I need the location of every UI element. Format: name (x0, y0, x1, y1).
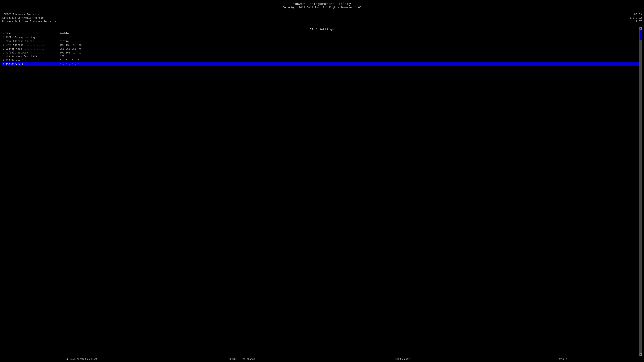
row-prefix: i (2, 32, 6, 35)
setting-row[interactable]: SDNS Server 2 ..............0 . 0 . 0 . … (2, 62, 642, 66)
row-key: DNS Server 2 .............. (6, 63, 60, 66)
row-prefix: I (2, 36, 6, 39)
setting-row[interactable]: IRMCP+ Encryption Key ..... (2, 35, 642, 39)
scrollbar-thumb (640, 30, 642, 40)
row-value: 0 . 0 . 0 . 0 (60, 63, 79, 66)
row-prefix: U (2, 44, 6, 46)
row-value: Static (60, 40, 69, 43)
row-key: IPv4 Address Source ....... (6, 40, 60, 43)
setting-row[interactable]: SSubnet Mask ...............255.255.255.… (2, 47, 642, 51)
info-label: Primary Backplane Firmware Revision (2, 20, 56, 23)
footer-item: SPACE,+,- to change (162, 357, 322, 361)
row-key: Default Gateway ........... (6, 51, 60, 54)
scrollbar-up-button[interactable]: ▲ (640, 27, 642, 29)
row-prefix: R (2, 59, 6, 62)
info-row: Lifecycle Controller version1.5.2.32 (2, 16, 642, 20)
row-key: RMCP+ Encryption Key ..... (6, 36, 60, 39)
row-value: 255.255.255. 0 (60, 47, 81, 50)
row-key: IPv4 Address .............. (6, 44, 60, 47)
row-key: DNS Servers from DHCP .... (6, 55, 60, 58)
row-value: Off (60, 55, 64, 58)
row-key: Subnet Mask ............... (6, 47, 60, 50)
panel-title: IPv4 Settings (2, 27, 642, 32)
row-prefix: S (2, 63, 6, 66)
info-value: 1.85.03 (631, 13, 642, 16)
setting-row[interactable]: iIPv4 .....................Enabled (2, 32, 642, 35)
row-value: Enabled (60, 32, 70, 35)
header-copyright: Copyright 2011 Dell Inc. All Rights Rese… (4, 6, 640, 9)
row-key: IPv4 ..................... (6, 32, 60, 35)
header-title: iDRAC6 Configuration Utility (4, 2, 640, 6)
scrollbar-down-button[interactable]: ▼ (640, 353, 642, 356)
footer-item: ESC to exit (322, 357, 482, 361)
scrollbar-track: ▲ ▼ (639, 27, 642, 356)
row-value: 192.168. 1 . 99 (60, 44, 82, 47)
setting-row[interactable]: LDNS Servers from DHCP ....Off (2, 55, 642, 58)
row-prefix: S (2, 48, 6, 50)
setting-row[interactable]: LIPv4 Address Source .......Static (2, 39, 642, 43)
row-prefix: L (2, 40, 6, 43)
footer-item: Up Down Arrow to select (2, 357, 162, 361)
footer-bar: Up Down Arrow to selectSPACE,+,- to chan… (2, 357, 642, 361)
info-value: 1.5.2.32 (630, 16, 642, 19)
setting-row[interactable]: RDNS Server 1 ..............0 . 0 . 0 . … (2, 58, 642, 62)
setting-row[interactable]: LDefault Gateway ...........192.168. 1 .… (2, 51, 642, 55)
info-row: Primary Backplane Firmware Revision1.07 (2, 20, 642, 23)
info-label: Lifecycle Controller version (2, 16, 45, 19)
row-value: 0 . 0 . 0 . 0 (60, 59, 79, 62)
row-key: DNS Server 1 .............. (6, 59, 60, 62)
main-panel: IPv4 Settings iIPv4 ....................… (2, 27, 642, 356)
setting-row[interactable]: UIPv4 Address ..............192.168. 1 .… (2, 43, 642, 47)
settings-list: iIPv4 .....................EnabledIRMCP+… (2, 32, 642, 356)
row-prefix: L (2, 55, 6, 58)
info-section: iDRAC6 Firmware Revision1.85.03Lifecycle… (2, 11, 642, 25)
header-box: iDRAC6 Configuration Utility Copyright 2… (2, 1, 642, 10)
footer-item: F1=Help (482, 357, 642, 361)
row-prefix: L (2, 51, 6, 54)
info-value: 1.07 (636, 20, 642, 23)
info-row: iDRAC6 Firmware Revision1.85.03 (2, 13, 642, 16)
row-value: 192.168. 1 . 1 (60, 51, 81, 54)
info-label: iDRAC6 Firmware Revision (2, 13, 39, 16)
